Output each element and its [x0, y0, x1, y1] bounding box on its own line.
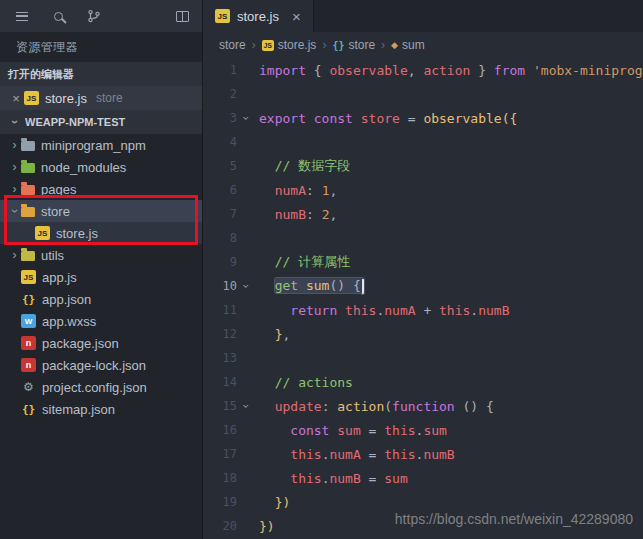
- folder-npm-icon: [21, 163, 35, 173]
- code-token: [259, 207, 275, 222]
- code-token: =: [361, 447, 384, 462]
- code-token: [353, 111, 361, 126]
- code-token: action: [423, 63, 470, 78]
- code-token: sum: [337, 423, 360, 438]
- tree-item-utils[interactable]: ›utils: [0, 244, 202, 266]
- code-token: this: [384, 447, 415, 462]
- code-line[interactable]: 10› get sum() {: [203, 274, 643, 298]
- explorer-title: 资源管理器: [0, 32, 202, 62]
- code-text: },: [254, 327, 290, 342]
- code-token: observable: [329, 63, 407, 78]
- line-number: 12: [203, 327, 237, 341]
- code-line[interactable]: 5 // 数据字段: [203, 154, 643, 178]
- code-token: ,: [329, 207, 337, 222]
- chevron-down-icon: ›: [8, 205, 22, 218]
- code-token: numB: [329, 471, 360, 486]
- code-token: [259, 158, 275, 173]
- tree-item-project-config-json[interactable]: ⚙project.config.json: [0, 376, 202, 398]
- fold-icon[interactable]: ›: [239, 278, 253, 295]
- tree-item-node-modules[interactable]: ›node_modules: [0, 156, 202, 178]
- tree-item-app-js[interactable]: JSapp.js: [0, 266, 202, 288]
- search-icon[interactable]: [50, 8, 66, 24]
- code-token: :: [306, 183, 322, 198]
- menu-icon[interactable]: [14, 8, 30, 24]
- close-icon[interactable]: ×: [8, 91, 24, 106]
- folder-utils-icon: [21, 251, 35, 261]
- code-text: numB: 2,: [254, 207, 337, 222]
- open-editors-header[interactable]: 打开的编辑器: [0, 62, 202, 86]
- code-line[interactable]: 16 const sum = this.sum: [203, 418, 643, 442]
- tab-store-js[interactable]: JS store.js ×: [203, 0, 314, 32]
- breadcrumb-item-store-js[interactable]: JSstore.js: [262, 38, 317, 52]
- code-token: [259, 254, 275, 269]
- code-text: numA: 1,: [254, 183, 337, 198]
- code-line[interactable]: 1import { observable, action } from 'mob…: [203, 58, 643, 82]
- tree-item-pages[interactable]: ›pages: [0, 178, 202, 200]
- line-number: 9: [203, 255, 237, 269]
- code-text: // 计算属性: [254, 253, 350, 271]
- config-file-icon: ⚙: [21, 380, 36, 394]
- git-branch-icon[interactable]: [86, 8, 102, 24]
- fold-icon[interactable]: ›: [239, 398, 253, 415]
- code-token: ,: [329, 183, 337, 198]
- code-text: get sum() {: [254, 278, 364, 294]
- workspace-header[interactable]: › WEAPP-NPM-TEST: [0, 110, 202, 134]
- split-editor-icon[interactable]: [174, 8, 190, 24]
- code-line[interactable]: 2: [203, 82, 643, 106]
- breadcrumb: store›JSstore.js›{}store›◆sum: [203, 32, 643, 58]
- code-token: [259, 399, 275, 414]
- code-token: :: [306, 207, 322, 222]
- open-editor-item-store-js[interactable]: × JS store.js store: [0, 86, 202, 110]
- tree-item-sitemap-json[interactable]: {}sitemap.json: [0, 398, 202, 420]
- tree-item-label: app.js: [42, 270, 77, 285]
- code-line[interactable]: 7 numB: 2,: [203, 202, 643, 226]
- code-line[interactable]: 18 this.numB = sum: [203, 466, 643, 490]
- code-line[interactable]: 8: [203, 226, 643, 250]
- tree-item-store[interactable]: ›store: [0, 200, 202, 222]
- tab-close-icon[interactable]: ×: [292, 9, 301, 24]
- code-line[interactable]: 4: [203, 130, 643, 154]
- breadcrumb-item-store[interactable]: store: [219, 38, 246, 52]
- breadcrumb-item-store[interactable]: {}store: [332, 38, 375, 52]
- code-line[interactable]: 17 this.numA = this.numB: [203, 442, 643, 466]
- fold-icon[interactable]: ›: [239, 110, 253, 127]
- code-token: ({: [502, 111, 518, 126]
- code-line[interactable]: 15› update: action(function () {: [203, 394, 643, 418]
- tree-item-miniprogram-npm[interactable]: ›miniprogram_npm: [0, 134, 202, 156]
- tree-item-app-json[interactable]: {}app.json: [0, 288, 202, 310]
- code-token: this: [290, 471, 321, 486]
- breadcrumb-item-sum[interactable]: ◆sum: [391, 38, 425, 52]
- code-text: // 数据字段: [254, 157, 350, 175]
- open-editor-description: store: [96, 91, 123, 105]
- tree-item-store-js[interactable]: JSstore.js: [0, 222, 202, 244]
- code-token: this: [384, 423, 415, 438]
- chevron-right-icon: ›: [8, 138, 21, 152]
- tree-item-app-wxss[interactable]: Wapp.wxss: [0, 310, 202, 332]
- breadcrumb-label: sum: [402, 38, 425, 52]
- tree-item-label: package-lock.json: [42, 358, 146, 373]
- code-text: export const store = observable({: [254, 111, 517, 126]
- code-line[interactable]: 11 return this.numA + this.numB: [203, 298, 643, 322]
- code-text: }): [254, 519, 275, 534]
- code-token: (: [384, 399, 392, 414]
- code-line[interactable]: 14 // actions: [203, 370, 643, 394]
- code-area: 1import { observable, action } from 'mob…: [203, 58, 643, 539]
- tree-item-package-json[interactable]: npackage.json: [0, 332, 202, 354]
- code-line[interactable]: 6 numA: 1,: [203, 178, 643, 202]
- line-number: 20: [203, 519, 237, 533]
- folder-open-icon: [21, 207, 35, 217]
- code-token: }): [259, 519, 275, 534]
- chevron-right-icon: ›: [8, 248, 21, 262]
- code-token: numA: [384, 303, 415, 318]
- line-number: 10: [203, 279, 237, 293]
- tree-item-label: node_modules: [41, 160, 126, 175]
- code-line[interactable]: 9 // 计算属性: [203, 250, 643, 274]
- breadcrumb-separator: ›: [381, 38, 385, 52]
- tree-item-package-lock-json[interactable]: npackage-lock.json: [0, 354, 202, 376]
- code-line[interactable]: 13: [203, 346, 643, 370]
- json-file-icon: {}: [21, 403, 36, 416]
- code-line[interactable]: 12 },: [203, 322, 643, 346]
- code-text: this.numB = sum: [254, 471, 408, 486]
- npm-file-icon: n: [21, 358, 36, 372]
- code-line[interactable]: 3›export const store = observable({: [203, 106, 643, 130]
